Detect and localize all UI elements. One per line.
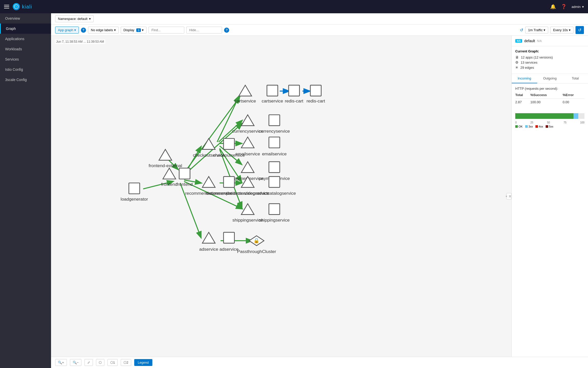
nav-icons: 🔔 ❓ admin ▾ [550,4,584,9]
app-graph-button[interactable]: App graph ▾ [55,27,79,33]
hamburger-menu[interactable] [4,5,9,8]
chart-ok-bar [515,113,573,119]
top-nav: kiali 🔔 ❓ admin ▾ [0,0,588,13]
svg-rect-62 [269,204,280,215]
tab-incoming[interactable]: Incoming [512,74,537,83]
layout2-button[interactable]: ⬡2 [121,359,131,366]
svg-rect-50 [179,168,190,179]
graph-area: Jun 7, 11:38:53 AM ... 11:39:53 AM [51,36,511,357]
namespace-toolbar: Namespace: default ▾ [51,13,588,25]
current-graph-title: Current Graph: [515,49,584,53]
zoom-out-button[interactable]: 🔍− [70,359,82,366]
fit-icon: ⤢ [87,361,90,364]
graph-type-help-icon[interactable]: ? [81,28,86,33]
username: admin [572,5,581,9]
edge-labels-button[interactable]: No edge labels ▾ [88,27,119,33]
legend-ok: OK [515,125,523,128]
panel-tabs: Incoming Outgoing Total [512,74,588,84]
metrics-section: HTTP (requests per second): Total %Succe… [512,84,588,131]
svg-text:cartservice: cartservice [262,98,283,103]
refresh-button[interactable]: ↺ [575,26,584,34]
svg-marker-60 [241,204,254,215]
interval-button[interactable]: Every 10s ▾ [550,27,573,33]
hide-input[interactable] [186,27,222,33]
sidebar: Overview Graph Applications Workloads Se… [0,13,51,368]
sidebar-item-workloads[interactable]: Workloads [0,44,51,54]
ns-badge: NS [515,39,522,43]
legend-5xx-color [546,125,548,128]
svg-text:emailservice: emailservice [262,151,287,156]
svg-marker-52 [202,177,215,188]
svg-rect-58 [269,177,280,188]
layout-icon: ⬡ [99,361,102,364]
svg-marker-36 [241,137,254,148]
svg-text:frontend-external: frontend-external [149,163,182,168]
tab-total[interactable]: Total [562,74,588,83]
user-menu[interactable]: admin ▾ [572,5,584,9]
right-panel: NS default N/A Current Graph: 🖥 12 apps … [511,36,588,357]
layout1-button[interactable]: ⬡1 [107,359,118,366]
display-dropdown-icon: ▾ [142,28,144,32]
svg-marker-40 [241,162,254,173]
fit-button[interactable]: ⤢ [84,359,93,366]
sidebar-item-3scale-config[interactable]: 3scale Config [0,75,51,85]
namespace-na: N/A [537,39,542,42]
help-icon[interactable]: ❓ [561,4,567,9]
svg-text:adservice: adservice [199,247,218,252]
layout1-icon: ⬡1 [110,361,115,364]
legend-button[interactable]: Legend [134,359,152,366]
http-chart: 0 25 50 75 100 [515,109,584,124]
col-error: %Error [563,93,584,99]
hide-panel-button[interactable]: H » [506,193,511,199]
logo-text: kiali [22,4,32,10]
legend-5xx: 5xx [546,125,553,128]
edge-labels-dropdown-icon: ▾ [114,28,116,32]
val-total: 2.87 [515,99,530,106]
user-dropdown-icon: ▾ [582,5,584,9]
interval-dropdown-icon: ▾ [569,28,571,32]
display-badge: 6 [136,28,141,32]
edges-icon: ✳ [515,65,518,70]
traffic-button[interactable]: 1m Traffic ▾ [525,27,548,33]
namespace-select[interactable]: Namespace: default ▾ [55,15,94,22]
app-graph-dropdown-icon: ▾ [74,28,76,32]
metrics-table: Total %Success %Error 2.87 100.00 0.00 [515,93,584,106]
graph-timestamp: Jun 7, 11:38:53 AM ... 11:39:53 AM [55,39,105,44]
graph-toolbar: App graph ▾ ? No edge labels ▾ Display 6… [51,25,588,36]
svg-rect-54 [224,177,235,188]
svg-text:emailservice: emailservice [235,151,260,156]
svg-rect-26 [310,85,321,96]
sidebar-item-overview[interactable]: Overview [0,13,51,24]
content-area: Namespace: default ▾ App graph ▾ ? No ed… [51,13,588,368]
svg-rect-24 [289,85,300,96]
sidebar-item-applications[interactable]: Applications [0,34,51,44]
svg-text:PassthroughCluster: PassthroughCluster [237,249,276,254]
svg-text:redis-cart: redis-cart [307,98,325,103]
legend-3xx-color [525,125,528,128]
refresh-icon: ↺ [520,28,523,32]
zoom-in-button[interactable]: 🔍+ [55,359,67,366]
tab-outgoing[interactable]: Outgoing [537,74,563,83]
filter-help-icon[interactable]: ? [224,28,229,33]
svg-rect-22 [267,85,278,96]
find-input[interactable] [149,27,184,33]
hide-text: H [508,195,511,197]
sidebar-item-istio-config[interactable]: Istio Config [0,64,51,75]
services-stat: ⚙ 13 services [515,60,584,64]
panel-header: NS default N/A [512,36,588,46]
display-button[interactable]: Display 6 ▾ [121,27,147,33]
graph-panel-layout: Jun 7, 11:38:53 AM ... 11:39:53 AM [51,36,588,357]
sidebar-item-graph[interactable]: Graph [0,24,51,34]
svg-marker-48 [163,168,176,179]
svg-marker-32 [202,139,215,150]
svg-text:adservice: adservice [219,247,238,252]
notification-icon[interactable]: 🔔 [550,4,556,9]
sidebar-item-services[interactable]: Services [0,54,51,64]
svg-text:redis-cart: redis-cart [285,98,303,103]
layout-button[interactable]: ⬡ [96,359,104,366]
metrics-title: HTTP (requests per second): [515,87,584,90]
graph-svg: cartservice cartservice redis-cart redis… [51,36,511,357]
svg-text:cartservice: cartservice [235,98,256,103]
traffic-dropdown-icon: ▾ [544,28,545,32]
svg-point-1 [15,6,17,8]
